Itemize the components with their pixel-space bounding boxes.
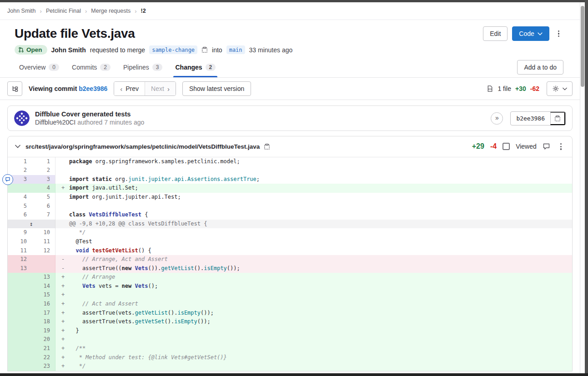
old-line-number[interactable] <box>8 317 32 326</box>
diff-row: 33import static org.junit.jupiter.api.As… <box>8 175 572 184</box>
old-line-number[interactable]: 5 <box>8 202 32 211</box>
viewed-checkbox[interactable] <box>503 143 510 150</box>
new-line-number[interactable]: 19 <box>32 326 55 336</box>
new-line-number[interactable]: 16 <box>32 300 55 309</box>
tab-commits[interactable]: Commits 2 <box>67 57 115 77</box>
old-line-number[interactable] <box>8 353 32 362</box>
file-comment-button[interactable] <box>543 143 550 150</box>
commit-subtitle: Diffblue%20CI authored 7 minutes ago <box>35 119 144 126</box>
expand-lines-button[interactable]: ↕ <box>8 220 55 229</box>
tab-overview[interactable]: Overview 0 <box>15 57 64 77</box>
new-line-number[interactable]: 3 <box>32 175 55 184</box>
old-line-number[interactable] <box>8 184 32 193</box>
old-line-number[interactable] <box>8 344 32 353</box>
viewing-commit-sha-link[interactable]: b2ee3986 <box>79 85 107 92</box>
old-line-number[interactable]: 13 <box>8 264 32 273</box>
collapse-file-button[interactable] <box>14 145 21 148</box>
commit-title[interactable]: Diffblue Cover generated tests <box>35 110 144 118</box>
old-line-number[interactable]: 4 <box>8 193 32 202</box>
line-comment-indicator[interactable] <box>2 174 13 185</box>
chevron-down-icon <box>15 145 20 148</box>
new-line-number[interactable]: 1 <box>32 157 55 166</box>
old-line-number[interactable]: 12 <box>8 255 32 264</box>
breadcrumb-merge-requests[interactable]: Merge requests <box>91 8 131 14</box>
diff-sign: + <box>61 300 65 309</box>
new-line-number[interactable] <box>32 264 55 273</box>
old-line-number[interactable] <box>8 282 32 291</box>
expand-commit-button[interactable]: » <box>491 112 503 125</box>
show-latest-version-button[interactable]: Show latest version <box>182 81 251 96</box>
new-line-number[interactable]: 20 <box>32 335 55 344</box>
copy-file-path-button[interactable] <box>264 143 270 150</box>
mr-header: Update file Vets.java Edit Code Open Joh… <box>0 20 580 55</box>
file-options-kebab-icon[interactable] <box>556 140 566 153</box>
viewing-label: Viewing commit <box>29 85 77 92</box>
add-todo-button[interactable]: Add a to do <box>517 60 563 75</box>
code-line: */ <box>55 228 572 237</box>
new-line-number[interactable]: 23 <box>32 362 55 371</box>
target-branch-chip[interactable]: main <box>226 45 245 54</box>
commit-sha: b2ee3986 <box>511 112 550 125</box>
old-line-number[interactable]: 10 <box>8 237 32 246</box>
source-branch-chip[interactable]: sample-change <box>149 45 197 54</box>
status-badge: Open <box>15 45 47 55</box>
edit-button[interactable]: Edit <box>483 26 508 41</box>
copy-sha-button[interactable] <box>550 112 565 125</box>
breadcrumb-separator: › <box>40 8 42 15</box>
new-line-number[interactable]: 13 <box>32 273 55 282</box>
old-line-number[interactable]: 2 <box>8 166 32 175</box>
diff-sign: + <box>61 282 65 291</box>
tab-pipelines[interactable]: Pipelines 3 <box>119 57 167 77</box>
new-line-number[interactable]: 2 <box>32 166 55 175</box>
mr-options-kebab-icon[interactable] <box>554 28 563 40</box>
diff-row: 22 <box>8 166 572 175</box>
new-line-number[interactable]: 12 <box>32 246 55 256</box>
new-line-number[interactable]: 6 <box>32 202 55 211</box>
new-line-number[interactable]: 4 <box>32 184 55 193</box>
file-path[interactable]: src/test/java/org/springframework/sample… <box>25 143 260 150</box>
old-line-number[interactable]: 6 <box>8 211 32 220</box>
prev-commit-button[interactable]: ‹ Prev <box>114 82 145 95</box>
page-scrollbar[interactable] <box>580 2 585 373</box>
next-commit-button[interactable]: Next › <box>145 82 176 95</box>
new-line-number[interactable]: 7 <box>32 211 55 220</box>
new-line-number[interactable]: 11 <box>32 237 55 246</box>
new-line-number[interactable] <box>32 255 55 264</box>
tab-label: Overview <box>19 64 45 71</box>
copy-branch-button[interactable] <box>201 46 208 53</box>
file-tree-toggle-button[interactable] <box>7 81 22 96</box>
diff-settings-button[interactable] <box>547 81 573 96</box>
breadcrumb-project[interactable]: Petclinic Final <box>46 8 81 14</box>
new-line-number[interactable]: 22 <box>32 353 55 362</box>
new-line-number[interactable]: 10 <box>32 228 55 237</box>
tab-changes[interactable]: Changes 2 <box>171 57 220 77</box>
new-line-number[interactable]: 21 <box>32 344 55 353</box>
old-line-number[interactable] <box>8 291 32 300</box>
avatar <box>14 110 30 126</box>
old-line-number[interactable]: 9 <box>8 228 32 237</box>
old-line-number[interactable] <box>8 300 32 309</box>
new-line-number[interactable]: 5 <box>32 193 55 202</box>
scrollbar-thumb[interactable] <box>581 6 584 87</box>
new-line-number[interactable]: 17 <box>32 309 55 318</box>
old-line-number[interactable]: 1 <box>8 157 32 166</box>
window-frame-right <box>585 0 588 376</box>
code-dropdown-button[interactable]: Code <box>512 26 549 41</box>
breadcrumb-separator: › <box>135 8 136 15</box>
new-line-number[interactable]: 14 <box>32 282 55 291</box>
old-line-number[interactable] <box>8 326 32 336</box>
new-line-number[interactable]: 15 <box>32 291 55 300</box>
merge-request-icon <box>18 47 24 53</box>
old-line-number[interactable] <box>8 335 32 344</box>
old-line-number[interactable] <box>8 273 32 282</box>
breadcrumb-user[interactable]: John Smith <box>7 8 36 14</box>
diff-row: 21+ /** <box>8 344 572 353</box>
old-line-number[interactable] <box>8 309 32 318</box>
old-line-number[interactable]: 11 <box>8 246 32 256</box>
file-icon <box>487 85 493 92</box>
window-frame-top <box>0 0 588 2</box>
mr-author[interactable]: John Smith <box>51 46 86 54</box>
old-line-number[interactable] <box>8 362 32 371</box>
new-line-number[interactable]: 18 <box>32 317 55 326</box>
breadcrumb-mr-id[interactable]: !2 <box>141 8 146 14</box>
